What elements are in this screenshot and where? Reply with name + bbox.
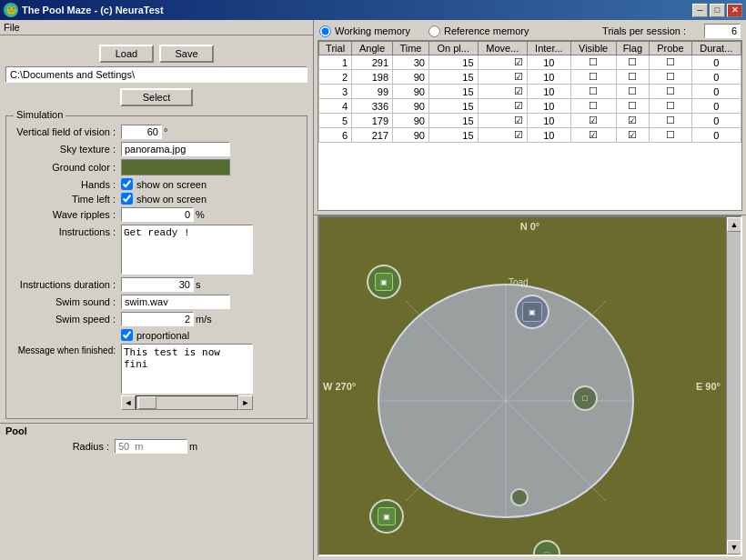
instructions-duration-label: Instructions duration :: [12, 279, 121, 290]
cell-r1-c5[interactable]: 10: [527, 70, 570, 85]
reference-memory-radio[interactable]: [428, 25, 440, 37]
platform-5: [510, 488, 529, 506]
fov-input[interactable]: [121, 125, 162, 139]
menu-bar: File: [0, 20, 313, 35]
table-row: 3999015☑10☐☐☐0: [319, 85, 741, 99]
cell-r5-c8[interactable]: ☐: [650, 128, 691, 143]
ground-color-picker[interactable]: [121, 159, 230, 175]
map-scroll-down-btn[interactable]: ▼: [727, 540, 741, 555]
cell-r2-c3: 15: [428, 85, 478, 99]
cell-r1-c9: 0: [691, 70, 741, 85]
cell-r2-c9: 0: [691, 85, 741, 99]
cell-r3-c5[interactable]: 10: [527, 99, 570, 114]
cell-r0-c4[interactable]: ☑: [478, 55, 527, 70]
cell-r0-c3: 15: [428, 55, 478, 70]
col-time: Time: [393, 42, 429, 55]
close-button[interactable]: ✕: [727, 4, 742, 17]
ground-color-row: Ground color :: [12, 159, 301, 175]
cell-r1-c1: 198: [352, 70, 393, 85]
radius-unit: m: [189, 441, 197, 452]
cell-r5-c7[interactable]: ☑: [616, 128, 650, 143]
cell-r0-c9: 0: [691, 55, 741, 70]
cell-r0-c7[interactable]: ☐: [616, 55, 650, 70]
ground-color-label: Ground color :: [12, 162, 121, 173]
cell-r2-c5[interactable]: 10: [527, 85, 570, 99]
map-scrollbar: ▲ ▼: [726, 217, 741, 555]
reference-memory-tab[interactable]: Reference memory: [428, 25, 529, 37]
load-button[interactable]: Load: [99, 45, 154, 63]
file-menu[interactable]: File: [4, 22, 20, 33]
cell-r3-c0: 4: [319, 99, 352, 114]
trials-input[interactable]: [704, 24, 741, 38]
col-move: Move...: [478, 42, 527, 55]
message-row: Message when finished: This test is now …: [12, 344, 301, 410]
maximize-button[interactable]: □: [710, 4, 725, 17]
cell-r0-c6[interactable]: ☐: [570, 55, 616, 70]
cell-r5-c1: 217: [352, 128, 393, 143]
cell-r1-c4[interactable]: ☑: [478, 70, 527, 85]
working-memory-radio[interactable]: [319, 25, 331, 37]
cell-r1-c7[interactable]: ☐: [616, 70, 650, 85]
cell-r1-c6[interactable]: ☐: [570, 70, 616, 85]
cell-r2-c4[interactable]: ☑: [478, 85, 527, 99]
cell-r4-c4[interactable]: ☑: [478, 114, 527, 128]
scroll-right-btn[interactable]: ►: [238, 395, 253, 410]
table-body: 12913015☑10☐☐☐021989015☑10☐☐☐03999015☑10…: [319, 55, 741, 143]
cell-r4-c6[interactable]: ☑: [570, 114, 616, 128]
proportional-checkbox[interactable]: [121, 329, 133, 341]
sky-texture-label: Sky texture :: [12, 144, 121, 155]
select-button[interactable]: Select: [120, 88, 193, 106]
timeleft-checkbox[interactable]: [121, 193, 133, 205]
map-scroll-up-btn[interactable]: ▲: [727, 217, 741, 232]
save-button[interactable]: Save: [159, 45, 214, 63]
swim-speed-row: Swim speed : m/s: [12, 312, 301, 326]
cell-r5-c6[interactable]: ☑: [570, 128, 616, 143]
scroll-left-btn[interactable]: ◄: [121, 395, 136, 410]
table-row: 43369015☑10☐☐☐0: [319, 99, 741, 114]
cell-r2-c6[interactable]: ☐: [570, 85, 616, 99]
swim-speed-input[interactable]: [121, 312, 194, 326]
cell-r3-c8[interactable]: ☐: [650, 99, 691, 114]
hands-checkbox[interactable]: [121, 178, 133, 190]
cell-r2-c2: 90: [393, 85, 429, 99]
cell-r2-c8[interactable]: ☐: [650, 85, 691, 99]
proportional-row: proportional: [12, 329, 301, 341]
cell-r5-c3: 15: [428, 128, 478, 143]
scroll-thumb[interactable]: [138, 396, 156, 409]
instructions-duration-input[interactable]: [121, 277, 194, 292]
cell-r3-c7[interactable]: ☐: [616, 99, 650, 114]
message-label: Message when finished:: [12, 345, 121, 355]
cell-r4-c5[interactable]: 10: [527, 114, 570, 128]
cell-r5-c5[interactable]: 10: [527, 128, 570, 143]
cell-r1-c8[interactable]: ☐: [650, 70, 691, 85]
platform-6-icon: □: [545, 550, 549, 557]
platform-3: □: [572, 385, 598, 411]
cell-r4-c2: 90: [393, 114, 429, 128]
cell-r3-c4[interactable]: ☑: [478, 99, 527, 114]
cell-r4-c8[interactable]: ☐: [650, 114, 691, 128]
table-row: 51799015☑10☑☑☐0: [319, 114, 741, 128]
swim-sound-input[interactable]: [121, 295, 230, 309]
message-scrollbar[interactable]: ◄ ►: [121, 395, 253, 410]
instructions-duration-row: Instructions duration : s: [12, 277, 301, 292]
cell-r0-c5[interactable]: 10: [527, 55, 570, 70]
east-label: E 90°: [696, 381, 721, 392]
swim-sound-label: Swim sound :: [12, 296, 121, 307]
message-textarea[interactable]: This test is now fini: [121, 344, 253, 394]
path-input[interactable]: [5, 66, 307, 83]
wave-ripples-input[interactable]: [121, 207, 194, 222]
cell-r3-c6[interactable]: ☐: [570, 99, 616, 114]
cell-r4-c7[interactable]: ☑: [616, 114, 650, 128]
col-probe: Probe: [650, 42, 691, 55]
sky-texture-input[interactable]: [121, 142, 230, 156]
map-scroll-area: [727, 232, 741, 540]
instructions-textarea[interactable]: Get ready !: [121, 225, 253, 275]
cell-r2-c7[interactable]: ☐: [616, 85, 650, 99]
cell-r5-c4[interactable]: ☑: [478, 128, 527, 143]
working-memory-tab[interactable]: Working memory: [319, 25, 410, 37]
instructions-label: Instructions :: [12, 226, 121, 237]
cell-r0-c8[interactable]: ☐: [650, 55, 691, 70]
minimize-button[interactable]: ─: [692, 4, 708, 17]
platform-2: ▣: [515, 295, 549, 329]
radius-input[interactable]: [115, 439, 187, 454]
